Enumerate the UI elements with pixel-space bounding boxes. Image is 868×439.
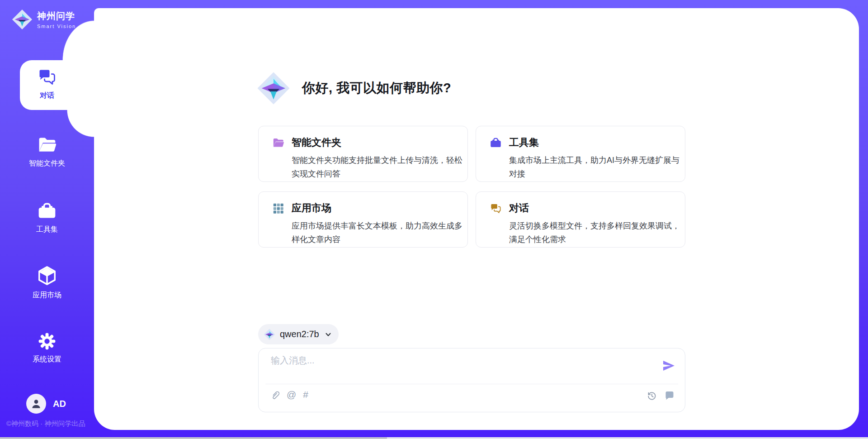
person-icon	[30, 398, 42, 410]
folder-icon	[37, 135, 57, 155]
message-composer: @ #	[258, 348, 685, 412]
card-toolset[interactable]: 工具集 集成市场上主流工具，助力AI与外界无缝扩展与对接	[476, 126, 685, 182]
card-smart-folder[interactable]: 智能文件夹 智能文件夹功能支持批量文件上传与清洗，轻松实现文件问答	[258, 126, 468, 182]
history-button[interactable]	[646, 391, 657, 401]
sidebar-item-app-market[interactable]: 应用市场	[0, 266, 94, 300]
hash-icon: #	[303, 389, 308, 400]
card-description: 智能文件夹功能支持批量文件上传与清洗，轻松实现文件问答	[292, 153, 463, 181]
scrollbar-thumb[interactable]	[0, 437, 387, 439]
history-clock-icon	[646, 391, 657, 401]
brand-subtitle: Smart Vision	[37, 24, 76, 29]
card-description: 集成市场上主流工具，助力AI与外界无缝扩展与对接	[509, 153, 680, 181]
model-name: qwen2:7b	[280, 329, 319, 339]
card-title: 智能文件夹	[292, 136, 341, 149]
copyright-text: ©神州数码 · 神州问学出品	[6, 420, 85, 428]
avatar	[26, 394, 46, 414]
composer-divider	[265, 384, 678, 384]
card-chat[interactable]: 对话 灵活切换多模型文件，支持多样回复效果调试，满足个性化需求	[476, 191, 685, 248]
card-title: 工具集	[509, 136, 539, 149]
conversation-button[interactable]	[664, 390, 675, 401]
greeting-title: 你好, 我可以如何帮助你?	[302, 79, 451, 97]
app-logo: 神州问学 Smart Vision	[12, 9, 76, 30]
card-title: 应用市场	[292, 201, 331, 215]
sidebar-item-label: 系统设置	[33, 355, 61, 364]
sidebar-item-label: 应用市场	[33, 291, 61, 300]
brand-diamond-icon	[264, 329, 275, 340]
horizontal-scrollbar[interactable]	[0, 437, 868, 439]
topic-button[interactable]: #	[303, 389, 308, 400]
sidebar-item-smart-folder[interactable]: 智能文件夹	[0, 135, 94, 168]
sidebar-item-label: 对话	[40, 91, 54, 100]
chat-icon	[37, 67, 57, 87]
send-icon	[662, 359, 675, 372]
brand-diamond-icon	[12, 9, 33, 30]
card-description: 灵活切换多模型文件，支持多样回复效果调试，满足个性化需求	[509, 219, 680, 246]
gear-icon	[38, 332, 57, 351]
sidebar-item-label: 工具集	[36, 225, 58, 234]
attach-file-button[interactable]	[270, 389, 280, 400]
mention-button[interactable]: @	[287, 389, 296, 400]
active-tab-fillet-bottom	[67, 110, 94, 137]
brand-diamond-icon	[257, 72, 290, 105]
user-account[interactable]: AD	[26, 394, 66, 414]
main-panel: 你好, 我可以如何帮助你? 智能文件夹 智能文件夹功能支持批量文件上传与清洗，轻…	[94, 8, 859, 430]
toolbox-icon	[490, 137, 502, 149]
cube-icon	[37, 266, 57, 286]
chevron-down-icon	[324, 330, 333, 339]
card-app-market[interactable]: 应用市场 应用市场提供丰富长文本模板，助力高效生成多样化文章内容	[258, 191, 468, 248]
send-button[interactable]	[662, 359, 675, 372]
card-description: 应用市场提供丰富长文本模板，助力高效生成多样化文章内容	[292, 219, 463, 246]
card-title: 对话	[509, 201, 529, 215]
greeting-block: 你好, 我可以如何帮助你?	[257, 72, 451, 105]
sidebar-item-label: 智能文件夹	[29, 159, 65, 168]
chat-bubble-icon	[664, 390, 675, 401]
folder-icon	[272, 137, 284, 149]
sidebar-item-settings[interactable]: 系统设置	[0, 332, 94, 364]
sidebar-item-chat[interactable]: 对话	[0, 67, 94, 100]
sidebar-item-toolset[interactable]: 工具集	[0, 201, 94, 234]
toolbox-icon	[37, 201, 57, 221]
message-input[interactable]	[271, 354, 660, 381]
chat-icon	[490, 202, 502, 215]
feature-cards: 智能文件夹 智能文件夹功能支持批量文件上传与清洗，轻松实现文件问答 工具集 集成…	[258, 126, 685, 248]
brand-name: 神州问学	[37, 10, 76, 22]
at-icon: @	[287, 389, 296, 400]
grid-icon	[272, 202, 284, 215]
model-selector[interactable]: qwen2:7b	[258, 324, 339, 344]
paperclip-icon	[270, 389, 280, 400]
user-name: AD	[53, 399, 66, 409]
